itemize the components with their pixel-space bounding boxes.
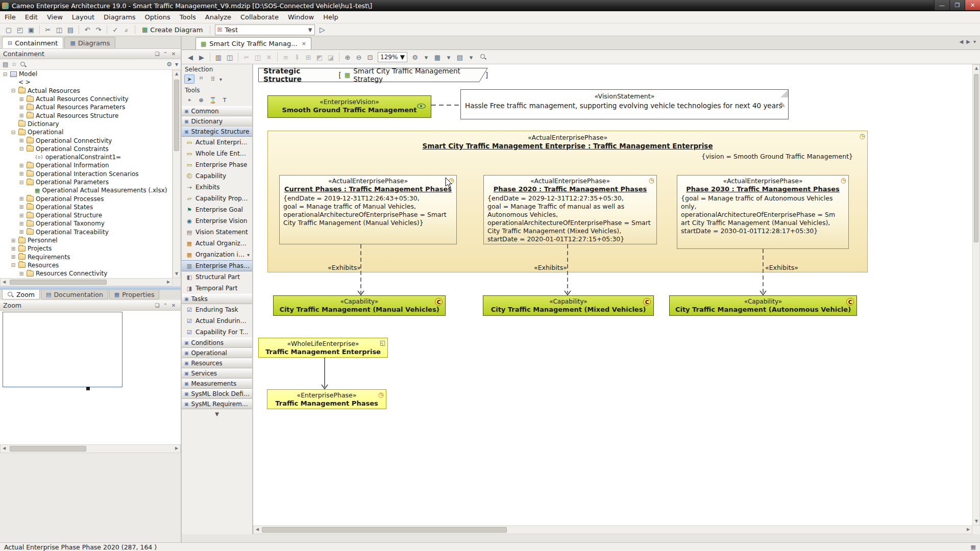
tab-diagrams[interactable]: ▦ Diagrams <box>64 37 115 48</box>
menu-view[interactable]: View <box>42 11 67 23</box>
menu-file[interactable]: File <box>0 11 20 23</box>
palette-drawer-operational[interactable]: ▣Operational <box>182 348 252 358</box>
tree-expand-toggle[interactable]: ⊞ <box>18 204 24 210</box>
scroll-right-arrow[interactable]: ▶ <box>173 445 180 452</box>
magnet-tool-icon[interactable]: ⊕ <box>196 95 206 105</box>
palette-item-whole-life-enterprise[interactable]: ▭Whole Life Enterprise <box>182 148 252 159</box>
vertical-tree-icon[interactable]: ⌛ <box>208 95 218 105</box>
select-in-containment-icon[interactable]: ▥ <box>213 52 224 62</box>
tab-list-icon[interactable]: ▾ <box>973 39 976 44</box>
tree-expand-toggle[interactable]: ⊞ <box>18 221 24 227</box>
palette-overflow-arrow[interactable]: ▼ <box>182 409 252 417</box>
close-panel-icon[interactable]: ✕ <box>169 51 178 57</box>
palette-item-capability[interactable]: ⒸCapability <box>182 170 252 182</box>
menu-collaborate[interactable]: Collaborate <box>236 11 283 23</box>
chevron-down-icon[interactable]: ▾ <box>465 52 477 62</box>
tree-item-operational[interactable]: ⊟Operational <box>0 128 172 136</box>
scrollbar-thumb[interactable] <box>10 280 107 285</box>
tree-expand-toggle[interactable]: ⊟ <box>2 71 8 77</box>
tree-item-operationalconstraint1[interactable]: {o}operationalConstraint1= <box>0 153 172 161</box>
phase-2020-box[interactable]: «ActualEnterprisePhase» Phase 2020 : Tra… <box>483 175 657 244</box>
palette-item-enterprise-phase-str[interactable]: ▥Enterprise Phase Str... <box>182 260 252 271</box>
palette-item-temporal-part[interactable]: ◨Temporal Part <box>182 283 252 294</box>
related-elements-icon[interactable]: ◫ <box>224 52 235 62</box>
palette-drawer-common[interactable]: ▣Common <box>182 106 252 116</box>
float-panel-icon[interactable]: ❏ <box>153 51 161 57</box>
tree-item-operational-traceability[interactable]: ⊞Operational Traceability <box>0 228 172 236</box>
menu-tools[interactable]: Tools <box>175 11 201 23</box>
grid-options-icon[interactable]: ▦ <box>432 52 443 62</box>
palette-item-enterprise-goal[interactable]: ⚑Enterprise Goal <box>182 204 252 215</box>
palette-item-enterprise-phase[interactable]: ▭Enterprise Phase <box>182 159 252 170</box>
diagram-options-gear-icon[interactable]: ⚙ <box>409 52 421 62</box>
close-panel-icon[interactable]: ✕ <box>169 303 178 308</box>
tab-documentation[interactable]: ▤ Documentation <box>41 290 108 299</box>
scroll-down-arrow[interactable]: ▼ <box>973 518 980 525</box>
whole-life-enterprise-box[interactable]: «WholeLifeEnterprise» Traffic Management… <box>258 338 388 358</box>
scroll-left-arrow[interactable]: ◀ <box>1 445 8 452</box>
canvas-horizontal-scrollbar[interactable]: ◀ ▶ <box>253 525 972 534</box>
palette-drawer-strategic-structure[interactable]: ▣Strategic Structure <box>182 127 252 137</box>
tree-expand-toggle[interactable]: ⊞ <box>18 229 24 235</box>
chevron-down-icon[interactable]: ▾ <box>175 61 178 68</box>
tree-item-personnel[interactable]: ⊞Personnel <box>0 236 172 244</box>
tree-expand-toggle[interactable]: ⊞ <box>10 254 16 260</box>
tree-item-actual-resources-parameters[interactable]: ⊞Actual Resources Parameters <box>0 103 172 111</box>
settings-gear-icon[interactable]: ⚙ <box>166 61 172 68</box>
palette-drawer-measurements[interactable]: ▣Measurements <box>182 379 252 389</box>
palette-item-enterprise-vision[interactable]: ◉Enterprise Vision <box>182 215 252 227</box>
palette-drawer-services[interactable]: ▣Services <box>182 368 252 379</box>
tree-item-operational-processes[interactable]: ⊞Operational Processes <box>0 194 172 203</box>
tree-item-operational-information[interactable]: ⊞Operational Information <box>0 161 172 169</box>
tree-expand-toggle[interactable]: ⊞ <box>18 105 24 110</box>
scroll-down-arrow[interactable]: ▼ <box>173 270 180 278</box>
block-selection-tool-icon[interactable]: ⠛ <box>196 74 206 84</box>
cursor-tool-icon[interactable]: ➤ <box>184 74 194 84</box>
tree-item-actual-resources[interactable]: ⊟Actual Resources <box>0 87 172 95</box>
chevron-down-icon[interactable]: ▼ <box>400 54 405 61</box>
tree-expand-toggle[interactable]: ⊞ <box>18 163 24 168</box>
run-button[interactable]: ▷ <box>317 26 328 34</box>
palette-item-capability-for-task[interactable]: ☑Capability For Task <box>182 327 252 338</box>
tree-expand-toggle[interactable]: ⊞ <box>18 138 24 143</box>
scrollbar-thumb[interactable] <box>10 446 86 452</box>
scrollbar-thumb[interactable] <box>974 74 978 242</box>
tree-expand-toggle[interactable]: ⊟ <box>10 88 16 93</box>
forward-icon[interactable]: ▶ <box>196 52 207 62</box>
chevron-down-icon[interactable]: ▾ <box>443 52 454 62</box>
zoom-in-icon[interactable]: ⊕ <box>342 52 353 62</box>
tree-horizontal-scrollbar[interactable]: ◀ ▶ <box>0 278 173 286</box>
close-tab-icon[interactable]: × <box>302 40 306 47</box>
perspective-combobox[interactable]: ☒ Test ▼ <box>215 24 315 35</box>
menu-analyze[interactable]: Analyze <box>201 11 236 23</box>
tree-expand-toggle[interactable]: ⊞ <box>10 238 16 243</box>
tree-expand-toggle[interactable]: ⊟ <box>10 130 16 135</box>
palette-drawer-resources[interactable]: ▣Resources <box>182 358 252 368</box>
palette-item-actual-organization[interactable]: ▦Actual Organization <box>182 238 252 249</box>
palette-item-organization-in-e[interactable]: ▦Organization in E...▾ <box>182 249 252 260</box>
menu-layout[interactable]: Layout <box>67 11 99 23</box>
tree-expand-toggle[interactable]: ⊟ <box>18 146 24 152</box>
tree-expand-toggle[interactable]: ⊞ <box>18 113 24 118</box>
zoom-viewport-rect[interactable] <box>3 312 122 387</box>
palette-item-actual-enduring-task[interactable]: ☑Actual Enduring Task <box>182 315 252 327</box>
capability-mixed-vehicles-box[interactable]: «Capability» City Traffic Management (Mi… <box>483 295 654 316</box>
favorites-icon[interactable]: ☆ <box>11 61 17 68</box>
scrollbar-thumb[interactable] <box>174 80 179 151</box>
open-in-new-tree-icon[interactable]: ▤ <box>3 61 8 68</box>
tree-expand-toggle[interactable]: ⊞ <box>10 246 16 252</box>
undo-icon[interactable]: ↶ <box>82 24 93 35</box>
enterprise-vision-box[interactable]: «EnterpriseVision» Smooth Ground Traffic… <box>267 95 431 118</box>
scroll-up-arrow[interactable]: ▲ <box>173 70 180 78</box>
cut-icon[interactable]: ✂ <box>42 24 54 35</box>
find-icon[interactable]: ⌕ <box>121 24 132 35</box>
tree-expand-toggle[interactable]: ⊞ <box>18 271 24 277</box>
tree-item-[interactable]: < > <box>0 78 172 86</box>
palette-item-vision-statement[interactable]: ▤Vision Statement <box>182 227 252 238</box>
tree-item-operational-constraints[interactable]: ⊟Operational Constraints <box>0 145 172 153</box>
tree-item-operational-interaction-scenarios[interactable]: ⊞Operational Interaction Scenarios <box>0 170 172 178</box>
copy-icon[interactable]: ◫ <box>54 24 65 35</box>
diagram-canvas[interactable]: Strategic Structure [ ▦ Smart City Traff… <box>253 64 972 525</box>
canvas-vertical-scrollbar[interactable]: ▲ ▼ <box>972 64 980 525</box>
chevron-down-icon[interactable]: ▾ <box>219 77 222 82</box>
